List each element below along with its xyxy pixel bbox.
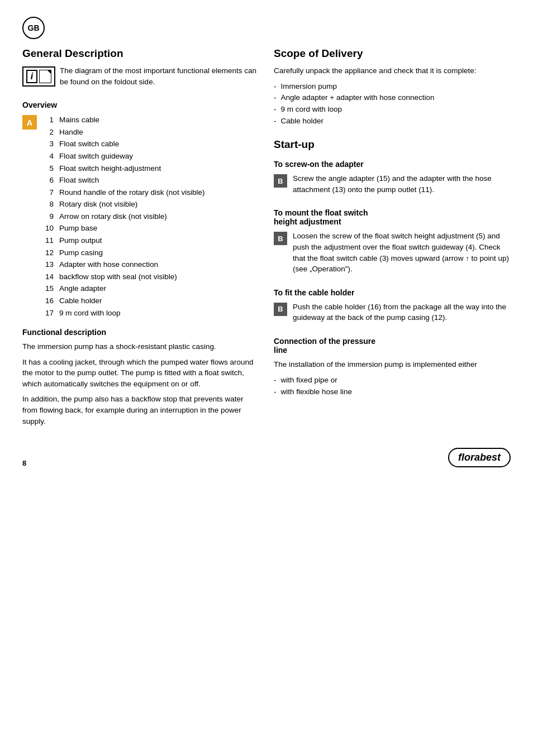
connection-list: with fixed pipe or with flexible hose li…	[274, 375, 511, 398]
list-item: 13Adapter with hose connection	[42, 259, 204, 271]
page-footer: 8 florabest	[22, 431, 511, 467]
item-text: Pump casing	[59, 247, 103, 259]
mount-float-switch-heading: To mount the float switchheight adjustme…	[274, 208, 511, 226]
list-item: Cable holder	[274, 116, 511, 127]
item-num: 1	[42, 114, 54, 126]
item-text: Float switch guideway	[59, 150, 133, 162]
list-item: 6Float switch	[42, 174, 204, 186]
list-item: 14backflow stop with seal (not visible)	[42, 271, 204, 283]
overview-badge: A	[22, 115, 37, 130]
item-text: Mains cable	[59, 114, 99, 126]
item-text: Angle adapter + adapter with hose connec…	[281, 92, 435, 104]
item-num: 11	[42, 235, 54, 247]
item-text: Float switch cable	[59, 138, 119, 150]
b-badge-screwon: B	[274, 174, 287, 188]
list-item: 11Pump output	[42, 235, 204, 247]
info-icon: i	[22, 66, 55, 87]
item-num: 12	[42, 247, 54, 259]
list-item: with fixed pipe or	[274, 375, 511, 386]
list-item: 2Handle	[42, 126, 204, 138]
item-num: 10	[42, 222, 54, 235]
list-item: 16Cable holder	[42, 295, 204, 307]
mount-float-switch-text: Loosen the screw of the float switch hei…	[293, 231, 511, 275]
item-num: 7	[42, 186, 54, 199]
item-text: Float switch height-adjustment	[59, 162, 161, 175]
item-text: Angle adapter	[59, 283, 106, 295]
functional-desc-p2: It has a cooling jacket, through which t…	[22, 357, 257, 390]
item-text: 9 m cord with loop	[59, 307, 121, 319]
scope-list: Immersion pump Angle adapter + adapter w…	[274, 81, 511, 128]
item-num: 5	[42, 162, 54, 175]
item-num: 15	[42, 283, 54, 295]
item-text: Rotary disk (not visible)	[59, 198, 137, 210]
item-num: 4	[42, 150, 54, 162]
right-column: Scope of Delivery Carefully unpack the a…	[274, 47, 511, 431]
item-num: 16	[42, 295, 54, 307]
functional-desc-p1: The immersion pump has a shock-resistant…	[22, 341, 257, 352]
fit-cable-holder-step: B Push the cable holder (16) from the pa…	[274, 302, 511, 328]
list-item: Angle adapter + adapter with hose connec…	[274, 92, 511, 104]
item-text: Handle	[59, 126, 83, 138]
item-num: 17	[42, 307, 54, 319]
screw-on-step: B Screw the angle adapter (15) and the a…	[274, 173, 511, 199]
item-text: with flexible hose line	[281, 386, 353, 398]
list-item: 9Arrow on rotary disk (not visible)	[42, 210, 204, 223]
list-item: 3Float switch cable	[42, 138, 204, 150]
item-num: 6	[42, 174, 54, 186]
info-i-icon: i	[26, 70, 37, 83]
item-num: 3	[42, 138, 54, 150]
list-item: with flexible hose line	[274, 386, 511, 398]
item-num: 9	[42, 210, 54, 223]
startup-heading: Start-up	[274, 138, 511, 151]
item-text: Adapter with hose connection	[59, 259, 158, 271]
item-num: 13	[42, 259, 54, 271]
general-description-text: The diagram of the most important functi…	[60, 65, 257, 87]
list-item: 8Rotary disk (not visible)	[42, 198, 204, 210]
up-arrow-icon: ↑	[465, 253, 469, 264]
item-num: 2	[42, 126, 54, 138]
item-text: Immersion pump	[281, 81, 337, 93]
fit-cable-holder-text: Push the cable holder (16) from the pack…	[293, 302, 511, 323]
list-item: 10Pump base	[42, 222, 204, 235]
functional-description-heading: Functional description	[22, 328, 257, 337]
item-text: Pump base	[59, 222, 97, 235]
main-content: General Description i The diagram of the…	[22, 47, 511, 431]
list-item: 5Float switch height-adjustment	[42, 162, 204, 175]
item-text: Arrow on rotary disk (not visible)	[59, 210, 167, 223]
item-text: Cable holder	[59, 295, 102, 307]
item-text: Pump output	[59, 235, 102, 247]
screw-on-text: Screw the angle adapter (15) and the ada…	[293, 173, 511, 195]
functional-desc-p3: In addition, the pump also has a backflo…	[22, 394, 257, 427]
item-text: Float switch	[59, 174, 99, 186]
b-badge-mount: B	[274, 232, 287, 245]
page-number: 8	[22, 459, 26, 467]
item-num: 8	[42, 198, 54, 210]
item-num: 14	[42, 271, 54, 283]
item-text: Cable holder	[281, 116, 324, 127]
left-column: General Description i The diagram of the…	[22, 47, 257, 431]
item-text: 9 m cord with loop	[281, 104, 342, 116]
item-text: Round handle of the rotary disk (not vis…	[59, 186, 204, 199]
overview-list: 1Mains cable 2Handle 3Float switch cable…	[42, 114, 204, 319]
list-item: 179 m cord with loop	[42, 307, 204, 319]
list-item: 15Angle adapter	[42, 283, 204, 295]
scope-intro: Carefully unpack the appliance and check…	[274, 65, 511, 76]
connection-intro: The installation of the immersion pump i…	[274, 359, 511, 370]
screw-on-heading: To screw-on the adapter	[274, 160, 511, 169]
list-item: 7Round handle of the rotary disk (not vi…	[42, 186, 204, 199]
list-item: 9 m cord with loop	[274, 104, 511, 116]
list-item: 4Float switch guideway	[42, 150, 204, 162]
gb-badge: GB	[22, 17, 45, 39]
overview-with-badge: A 1Mains cable 2Handle 3Float switch cab…	[22, 114, 257, 319]
logo-text: florabest	[458, 452, 501, 463]
page: GB General Description i The diagram of …	[22, 17, 511, 467]
fit-cable-holder-heading: To fit the cable holder	[274, 288, 511, 297]
list-item: 1Mains cable	[42, 114, 204, 126]
info-doc-icon	[39, 70, 51, 83]
b-badge-fit: B	[274, 303, 287, 316]
scope-of-delivery-heading: Scope of Delivery	[274, 47, 511, 60]
florabest-logo: florabest	[448, 448, 511, 467]
overview-heading: Overview	[22, 101, 257, 109]
item-text: backflow stop with seal (not visible)	[59, 271, 177, 283]
item-text: with fixed pipe or	[281, 375, 337, 386]
